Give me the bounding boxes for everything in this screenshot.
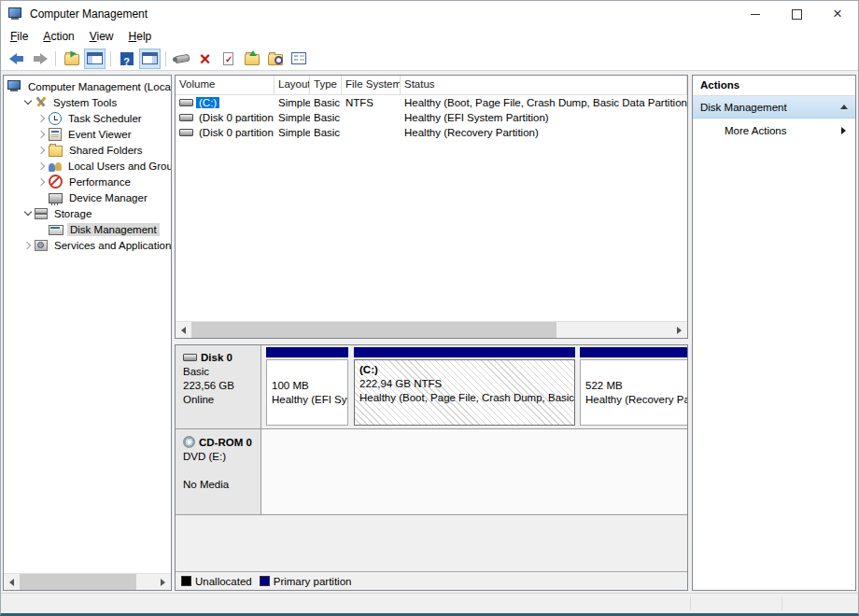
tree-item-label: Disk Management [67,223,160,236]
column-header-status[interactable]: Status [401,76,687,94]
menu-bar: FileActionViewHelp [1,27,858,47]
partitions-area: 100 MBHealthy (EFI Sys(C:)222,94 GB NTFS… [261,345,687,428]
delete-icon [199,52,212,65]
type-cell: Basic [310,97,342,108]
close-button[interactable] [817,1,858,27]
band-cd-rom-0: CD-ROM 0DVD (E:)No Media [176,429,687,515]
disk-graph-panel: Disk 0Basic223,56 GBOnline100 MBHealthy … [175,344,688,591]
collapsed-chevron-icon[interactable] [21,243,35,248]
partition-block-c[interactable]: (C:)222,94 GB NTFSHealthy (Boot, Page Fi… [354,347,575,426]
partition-body: 522 MBHealthy (Recovery Par [580,359,687,426]
menu-help[interactable]: Help [121,27,160,47]
scrollbar-thumb[interactable] [191,322,556,338]
more-actions-label: More Actions [725,125,786,136]
partition-line: 522 MB [585,379,687,393]
disk-info-disk-0[interactable]: Disk 0Basic223,56 GBOnline [176,345,261,428]
scroll-right-button[interactable] [155,574,171,590]
actions-group-disk-management[interactable]: Disk Management [693,96,855,119]
scrollbar-track[interactable] [20,574,155,590]
tree-item-shared-folders[interactable]: Shared Folders [4,142,171,158]
volume-row-disk-0-partition-1[interactable]: (Disk 0 partition 1)SimpleBasicHealthy (… [176,110,687,125]
more-actions-item[interactable]: More Actions [693,119,855,142]
column-header-file-system[interactable]: File System [342,76,401,94]
toolbar [1,47,858,71]
open-button[interactable] [241,49,262,69]
wand-icon [174,53,190,63]
arrow-left-icon [9,53,24,64]
volume-row-disk-0-partition-4[interactable]: (Disk 0 partition 4)SimpleBasicHealthy (… [176,125,687,140]
scroll-left-button[interactable] [176,322,191,338]
disk-info-cd-rom-0[interactable]: CD-ROM 0DVD (E:)No Media [176,429,261,514]
volume-row-c[interactable]: (C:)SimpleBasicNTFSHealthy (Boot, Page F… [176,95,687,110]
delete-volume-button[interactable] [194,49,216,69]
expanded-chevron-icon[interactable] [21,101,35,104]
diskmgmt-icon [49,225,63,235]
scroll-right-button[interactable] [671,322,687,338]
column-header-volume[interactable]: Volume [176,76,275,94]
collapsed-chevron-icon[interactable] [35,116,49,121]
refresh-button[interactable] [171,49,192,69]
tree-item-services-and-applications[interactable]: Services and Applications [4,237,171,253]
scrollbar-track[interactable] [191,322,671,338]
tree-item-device-manager[interactable]: Device Manager [4,189,171,205]
tree-item-system-tools[interactable]: System Tools [4,94,171,110]
column-header-layout[interactable]: Layout [275,76,310,94]
props-icon [291,52,306,64]
layout-cell: Simple [275,97,310,108]
legend-swatch-icon [181,576,191,586]
partition-body: 100 MBHealthy (EFI Sys [266,359,348,426]
disk-name-label: Disk 0 [201,352,232,363]
help-button[interactable] [116,49,137,69]
show-action-pane-toggle[interactable] [139,49,161,69]
toolbar-separator [110,51,111,66]
volume-label: (Disk 0 partition 4) [196,127,275,138]
minimize-button[interactable] [735,1,776,27]
explore-button[interactable] [264,49,286,69]
partition-line: 100 MB [272,379,343,393]
partition-line: Healthy (Recovery Par [585,393,687,407]
disk-bands: Disk 0Basic223,56 GBOnline100 MBHealthy … [176,345,687,515]
collapse-chevron-icon[interactable] [840,105,848,109]
export-list-button[interactable] [61,49,82,69]
legend-swatch-icon [260,576,270,586]
collapsed-chevron-icon[interactable] [35,147,49,153]
tree-item-disk-management[interactable]: Disk Management [4,221,171,237]
column-header-type[interactable]: Type [310,76,342,94]
tree-item-computer-management-local[interactable]: Computer Management (Local [4,78,171,94]
menu-action[interactable]: Action [35,27,81,47]
tree-item-storage[interactable]: Storage [4,205,171,221]
disk-name: Disk 0 [183,352,257,363]
volume-list-panel: VolumeLayoutTypeFile SystemStatus (C:)Si… [175,75,688,339]
toolbar-separator [55,51,56,66]
partition-block-3[interactable]: 522 MBHealthy (Recovery Par [580,347,687,426]
tree-horizontal-scrollbar[interactable] [4,573,171,590]
disk-name-label: CD-ROM 0 [199,437,252,448]
disk-icon [183,354,197,361]
folder-icon [49,146,63,157]
mark-partition-active-button[interactable] [218,49,239,69]
collapsed-chevron-icon[interactable] [35,179,49,185]
collapsed-chevron-icon[interactable] [35,163,49,169]
legend-item-primary-partition: Primary partition [260,576,352,587]
partition-line: 222,94 GB NTFS [359,377,570,391]
devmgr-icon [49,193,63,203]
expanded-chevron-icon[interactable] [21,212,35,215]
menu-view[interactable]: View [82,27,121,47]
menu-file[interactable]: File [3,27,35,47]
show-console-tree-toggle[interactable] [84,49,106,69]
properties-button[interactable] [288,49,309,69]
maximize-button[interactable] [776,1,817,27]
tree-item-task-scheduler[interactable]: Task Scheduler [4,110,171,126]
volume-horizontal-scrollbar[interactable] [176,321,687,338]
tree-item-local-users-and-groups[interactable]: Local Users and Groups [4,158,171,174]
folder-export-icon [64,54,79,65]
scrollbar-thumb[interactable] [20,574,136,590]
partition-block-1[interactable]: 100 MBHealthy (EFI Sys [266,347,348,426]
collapsed-chevron-icon[interactable] [35,132,49,137]
scroll-left-button[interactable] [4,574,20,590]
tree-item-event-viewer[interactable]: Event Viewer [4,126,171,142]
app-icon [8,7,23,21]
tree-item-performance[interactable]: Performance [4,174,171,189]
forward-button[interactable] [29,49,50,69]
back-button[interactable] [6,49,27,69]
